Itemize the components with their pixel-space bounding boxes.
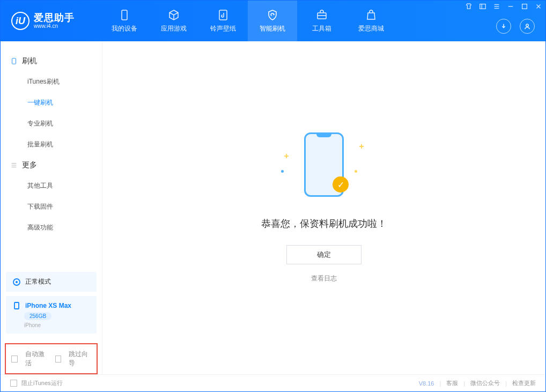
tab-smart-flash[interactable]: 智能刷机 xyxy=(248,1,297,41)
version-label: V8.16 xyxy=(419,380,434,387)
layout-icon[interactable] xyxy=(479,3,486,10)
device-type: iPhone xyxy=(24,322,41,328)
device-icon xyxy=(12,301,21,310)
svg-rect-13 xyxy=(12,58,16,64)
device-mode[interactable]: 正常模式 xyxy=(6,272,97,292)
close-button[interactable] xyxy=(535,3,542,10)
list-icon xyxy=(10,161,18,169)
tab-ringtone[interactable]: 铃声壁纸 xyxy=(198,1,248,41)
stop-itunes-label: 阻止iTunes运行 xyxy=(21,379,63,387)
view-log-link[interactable]: 查看日志 xyxy=(311,274,337,283)
stop-itunes-checkbox[interactable] xyxy=(10,380,17,387)
refresh-shield-icon xyxy=(266,9,279,21)
success-message: 恭喜您，保资料刷机成功啦！ xyxy=(261,217,387,230)
support-link[interactable]: 客服 xyxy=(446,379,458,387)
sidebar-item-batch-flash[interactable]: 批量刷机 xyxy=(1,134,102,155)
bag-icon xyxy=(365,9,378,21)
auto-activate-label: 自动激活 xyxy=(25,350,48,368)
window-controls xyxy=(465,3,542,10)
sidebar-group-flash: 刷机 xyxy=(1,51,102,71)
storage-badge: 256GB xyxy=(24,312,51,320)
main-content: ✓ 恭喜您，保资料刷机成功啦！ 确定 查看日志 xyxy=(102,41,545,374)
tab-my-device[interactable]: 我的设备 xyxy=(100,1,149,41)
success-illustration: ✓ xyxy=(281,132,367,202)
ok-button[interactable]: 确定 xyxy=(286,245,361,264)
svg-point-18 xyxy=(16,281,18,283)
tab-app-games[interactable]: 应用游戏 xyxy=(149,1,198,41)
sidebar-item-pro-flash[interactable]: 专业刷机 xyxy=(1,113,102,134)
options-box: 自动激活 跳过向导 xyxy=(5,343,98,374)
status-bar: 阻止iTunes运行 V8.16 | 客服 | 微信公众号 | 检查更新 xyxy=(1,374,545,391)
update-link[interactable]: 检查更新 xyxy=(512,379,536,387)
logo-icon: iU xyxy=(11,12,29,30)
svg-rect-0 xyxy=(122,10,127,20)
shirt-icon[interactable] xyxy=(465,3,473,10)
sidebar-item-onekey-flash[interactable]: 一键刷机 xyxy=(1,92,102,113)
tab-toolbox[interactable]: 工具箱 xyxy=(297,1,346,41)
auto-activate-checkbox[interactable] xyxy=(11,356,18,363)
sidebar-item-itunes-flash[interactable]: iTunes刷机 xyxy=(1,71,102,92)
phone-small-icon xyxy=(10,57,18,65)
svg-point-12 xyxy=(526,24,528,26)
app-header: iU 爱思助手 www.i4.cn 我的设备 应用游戏 铃声壁纸 智能刷机 xyxy=(1,1,545,41)
svg-rect-3 xyxy=(480,4,486,9)
account-button[interactable] xyxy=(520,19,535,34)
sidebar-item-advanced[interactable]: 高级功能 xyxy=(1,217,102,238)
device-card[interactable]: iPhone XS Max 256GB iPhone xyxy=(6,296,97,334)
app-subtitle: www.i4.cn xyxy=(34,23,75,29)
download-button[interactable] xyxy=(496,19,511,34)
phone-icon xyxy=(118,9,131,21)
sidebar-group-more: 更多 xyxy=(1,155,102,175)
sidebar: 刷机 iTunes刷机 一键刷机 专业刷机 批量刷机 更多 其他工具 下载固件 … xyxy=(1,41,102,374)
music-file-icon xyxy=(217,9,230,21)
app-title: 爱思助手 xyxy=(34,13,75,24)
app-logo: iU 爱思助手 www.i4.cn xyxy=(1,12,100,30)
mode-icon xyxy=(12,278,21,286)
menu-icon[interactable] xyxy=(493,3,500,10)
sidebar-item-download-fw[interactable]: 下载固件 xyxy=(1,196,102,217)
tab-store[interactable]: 爱思商城 xyxy=(346,1,396,41)
maximize-button[interactable] xyxy=(521,3,528,10)
skip-guide-label: 跳过向导 xyxy=(69,350,91,368)
wechat-link[interactable]: 微信公众号 xyxy=(470,379,500,387)
sidebar-item-other-tools[interactable]: 其他工具 xyxy=(1,175,102,196)
svg-rect-9 xyxy=(522,4,527,9)
skip-guide-checkbox[interactable] xyxy=(55,356,62,363)
svg-rect-19 xyxy=(14,302,19,309)
check-icon: ✓ xyxy=(333,176,349,193)
toolbox-icon xyxy=(315,9,328,21)
svg-rect-1 xyxy=(219,10,227,20)
main-nav: 我的设备 应用游戏 铃声壁纸 智能刷机 工具箱 爱思商城 xyxy=(100,1,396,41)
minimize-button[interactable] xyxy=(507,3,514,10)
device-name: iPhone XS Max xyxy=(25,302,71,309)
cube-icon xyxy=(167,9,180,21)
